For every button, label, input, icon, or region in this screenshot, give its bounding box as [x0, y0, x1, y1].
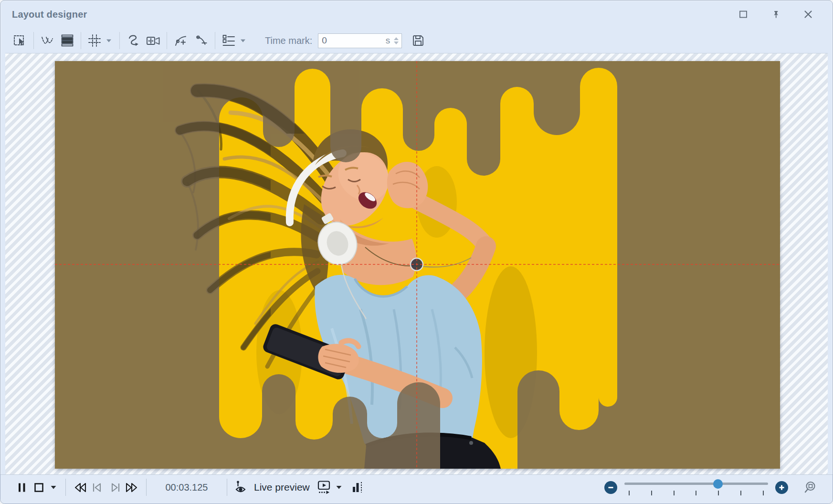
toolbar-separator: [33, 32, 34, 49]
photo-scene: [55, 61, 780, 469]
playback-options-dropdown[interactable]: [47, 479, 60, 496]
zoom-slider-thumb[interactable]: [713, 479, 723, 489]
select-tool-icon: [13, 33, 27, 48]
playback-time: 00:03.125: [156, 482, 217, 493]
canvas-area[interactable]: [5, 53, 828, 474]
zoom-fit-icon: [803, 480, 818, 494]
close-icon: [803, 10, 813, 19]
toolbar-separator: [81, 32, 81, 49]
maximize-icon: [738, 10, 748, 19]
layers-icon: [60, 33, 74, 48]
playback-separator: [146, 479, 147, 496]
zoom-out-button[interactable]: [604, 481, 617, 494]
grid-options-dropdown[interactable]: [103, 32, 115, 49]
preview-window-button[interactable]: [316, 479, 333, 496]
layout-designer-window: Layout designer: [0, 0, 833, 504]
statistics-button[interactable]: [349, 479, 366, 496]
spinner-down-icon[interactable]: [394, 42, 399, 44]
layer-list-button[interactable]: [220, 32, 237, 49]
node-select-button[interactable]: [39, 32, 56, 49]
time-mark-spinner[interactable]: [394, 37, 401, 44]
grid-button[interactable]: [86, 32, 103, 49]
zoom-fit-button[interactable]: [802, 479, 819, 496]
node-select-icon: [40, 33, 54, 48]
playback-bar: 00:03.125 Live preview: [0, 474, 833, 504]
spinner-up-icon[interactable]: [394, 37, 399, 40]
preview-options-dropdown[interactable]: [333, 479, 345, 496]
previous-frame-icon: [90, 480, 105, 495]
pin-button[interactable]: [770, 9, 781, 20]
rewind-button[interactable]: [72, 479, 89, 496]
playback-separator: [65, 479, 66, 496]
remove-point-icon: [194, 33, 209, 48]
stop-button[interactable]: [30, 479, 47, 496]
live-preview-eye-icon: [235, 480, 248, 494]
add-point-icon: [173, 33, 188, 48]
layer-list-icon: [221, 33, 236, 48]
pin-icon: [771, 10, 780, 19]
pan-camera-icon: [146, 33, 161, 48]
time-mark-field: s: [318, 33, 402, 48]
layout-preview-image[interactable]: [55, 61, 780, 469]
previous-frame-button[interactable]: [89, 479, 106, 496]
rewind-icon: [73, 480, 88, 495]
zoom-slider-ticks: [629, 491, 764, 495]
preview-window-icon: [317, 480, 331, 495]
stop-icon: [32, 480, 46, 495]
zoom-controls: [604, 479, 819, 496]
close-button[interactable]: [803, 9, 813, 20]
layer-list-options-dropdown[interactable]: [237, 32, 249, 49]
curve-tool-button[interactable]: [125, 32, 142, 49]
toolbar-separator: [215, 32, 215, 49]
live-preview-toggle[interactable]: [233, 479, 250, 496]
chevron-down-icon: [336, 485, 342, 490]
add-point-button[interactable]: [172, 32, 189, 49]
minus-icon: [608, 484, 614, 491]
pause-icon: [14, 480, 29, 495]
time-mark-label: Time mark:: [265, 35, 312, 46]
window-title: Layout designer: [12, 9, 87, 20]
toolbar: Time mark: s: [5, 28, 828, 53]
time-mark-input[interactable]: [322, 35, 384, 46]
chevron-down-icon: [240, 38, 246, 43]
live-preview-label: Live preview: [254, 482, 310, 493]
select-tool-button[interactable]: [11, 32, 29, 49]
toolbar-separator: [167, 32, 167, 49]
save-icon: [411, 33, 425, 48]
grid-icon: [87, 33, 102, 48]
next-frame-button[interactable]: [106, 479, 123, 496]
remove-point-button[interactable]: [193, 32, 210, 49]
window-controls: [738, 0, 813, 28]
plus-icon: [779, 484, 785, 491]
zoom-in-button[interactable]: [775, 481, 788, 494]
titlebar: Layout designer: [0, 0, 833, 28]
toolbar-separator: [119, 32, 120, 49]
zoom-slider[interactable]: [624, 479, 768, 495]
statistics-icon: [351, 480, 364, 494]
layers-button[interactable]: [59, 32, 76, 49]
fast-forward-icon: [124, 480, 139, 495]
time-mark-unit: s: [384, 35, 394, 46]
curve-icon: [126, 33, 140, 48]
save-button[interactable]: [410, 32, 427, 49]
zoom-slider-track[interactable]: [624, 483, 768, 485]
playback-separator: [227, 479, 227, 496]
pause-button[interactable]: [13, 479, 30, 496]
chevron-down-icon: [105, 38, 112, 43]
pan-camera-button[interactable]: [145, 32, 162, 49]
next-frame-icon: [107, 480, 122, 495]
chevron-down-icon: [50, 485, 57, 490]
fast-forward-button[interactable]: [123, 479, 140, 496]
maximize-button[interactable]: [738, 9, 749, 20]
